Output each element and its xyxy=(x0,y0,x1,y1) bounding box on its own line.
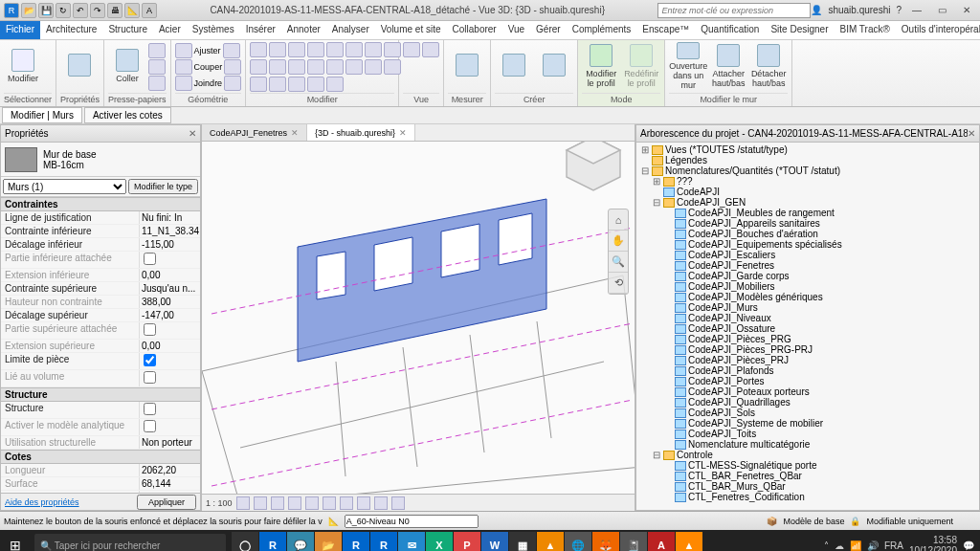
tree-row[interactable]: ⊟Controle xyxy=(638,450,977,460)
tray-wifi-icon[interactable]: 📶 xyxy=(850,540,861,551)
edit-profile-button[interactable]: Modifier le profil xyxy=(582,42,620,90)
expand-icon[interactable]: ⊞ xyxy=(652,176,661,187)
property-value[interactable]: 388,00 xyxy=(139,296,200,308)
ribbon-tab-inserer[interactable]: Insérer xyxy=(240,21,281,39)
properties-button[interactable] xyxy=(60,42,99,90)
ribbon-tab-bimtrack[interactable]: BIM Track® xyxy=(834,21,895,39)
modify-button[interactable]: Modifier xyxy=(4,42,42,90)
project-browser-close-icon[interactable]: ✕ xyxy=(968,128,975,139)
qat-measure-icon[interactable]: 📐 xyxy=(124,3,140,18)
viewcube[interactable] xyxy=(579,149,627,197)
tree-row[interactable]: CodeAPJI_Niveaux xyxy=(638,313,977,323)
level-input[interactable] xyxy=(345,515,479,528)
tree-row[interactable]: CodeAPJI_Appareils sanitaires xyxy=(638,218,977,229)
tree-row[interactable]: CodeAPJI_Plafonds xyxy=(638,365,977,376)
property-value[interactable]: -115,00 xyxy=(139,238,200,251)
property-value[interactable]: Non porteur xyxy=(139,436,200,449)
ribbon-tab-interop[interactable]: Outils d'interopérabilité BIM xyxy=(896,21,980,39)
ribbon-tab-sitedesigner[interactable]: Site Designer xyxy=(765,21,834,39)
tree-row[interactable]: Légendes xyxy=(638,155,977,165)
signin-icon[interactable]: 👤 xyxy=(811,5,822,15)
taskbar-app[interactable]: ◯ xyxy=(232,532,258,551)
taskbar-app[interactable]: R xyxy=(370,532,397,551)
maximize-button[interactable]: ▭ xyxy=(932,3,951,18)
ribbon-tab-structure[interactable]: Structure xyxy=(102,21,153,39)
match-icon[interactable] xyxy=(148,76,166,91)
couper-icon[interactable] xyxy=(175,59,192,75)
taskbar-app[interactable]: 📂 xyxy=(315,532,342,551)
taskbar-app[interactable]: X xyxy=(426,532,453,551)
ribbon-tab-quantification[interactable]: Quantification xyxy=(695,21,765,39)
copy-icon[interactable] xyxy=(148,59,166,75)
tree-row[interactable]: CodeAPJI_Fenetres xyxy=(638,260,977,271)
tray-time[interactable]: 13:58 xyxy=(933,535,957,545)
ribbon-tab-acier[interactable]: Acier xyxy=(153,21,187,39)
taskbar-app[interactable]: ▲ xyxy=(537,532,564,551)
ribbon-tab-volume[interactable]: Volume et site xyxy=(375,21,447,39)
ribbon-tab-architecture[interactable]: Architecture xyxy=(40,21,102,39)
tree-row[interactable]: CodeAPJI_Poteaux porteurs xyxy=(638,386,977,397)
qat-undo-icon[interactable]: ↶ xyxy=(73,3,88,18)
expand-icon[interactable]: ⊟ xyxy=(652,197,661,208)
qat-save-icon[interactable]: 💾 xyxy=(38,3,54,18)
close-icon[interactable]: ✕ xyxy=(399,128,407,138)
tray-lang[interactable]: FRA xyxy=(884,540,903,551)
tree-row[interactable]: CodeAPJI_Escaliers xyxy=(638,250,977,260)
tray-notifications-icon[interactable]: 💬 xyxy=(963,540,974,551)
property-value[interactable] xyxy=(139,370,200,386)
windows-search-input[interactable]: 🔍 Taper ici pour rechercher xyxy=(34,534,226,551)
tree-row[interactable]: CodeAPJI_Murs xyxy=(638,302,977,313)
ribbon-tab-collaborer[interactable]: Collaborer xyxy=(447,21,502,39)
tree-row[interactable]: CTL_BAR_Fenetres_QBar xyxy=(638,471,977,481)
tree-row[interactable]: CodeAPJI_Garde corps xyxy=(638,271,977,281)
keyword-search-input[interactable] xyxy=(657,3,811,18)
property-value[interactable]: 0,00 xyxy=(139,340,200,352)
mod-icon[interactable] xyxy=(250,42,267,57)
taskbar-app[interactable]: R xyxy=(343,532,369,551)
tree-row[interactable]: ⊟Nomenclatures/Quantités (*TOUT /statut) xyxy=(638,165,977,176)
close-icon[interactable]: ✕ xyxy=(291,128,299,138)
ribbon-tab-enscape[interactable]: Enscape™ xyxy=(636,21,695,39)
close-button[interactable]: ✕ xyxy=(957,3,976,18)
ribbon-tab-gerer[interactable]: Gérer xyxy=(530,21,567,39)
tree-row[interactable]: CodeAPJI_Mobiliers xyxy=(638,281,977,292)
minimize-button[interactable]: — xyxy=(907,3,926,18)
property-value[interactable]: Nu fini: In xyxy=(139,211,200,224)
view-tab-3d[interactable]: {3D - shuaib.qureshi}✕ xyxy=(307,124,415,141)
taskbar-app[interactable]: 🌐 xyxy=(565,532,591,551)
taskbar-app[interactable]: R xyxy=(259,532,286,551)
property-value[interactable]: 0,00 xyxy=(139,269,200,281)
tree-row[interactable]: CodeAPJI_Systeme de mobilier xyxy=(638,418,977,429)
ribbon-tab-vue[interactable]: Vue xyxy=(502,21,530,39)
tree-row[interactable]: CodeAPJI_Portes xyxy=(638,376,977,386)
taskbar-app[interactable]: ▦ xyxy=(509,532,536,551)
tree-row[interactable]: CodeAPJI_Sols xyxy=(638,408,977,418)
vc-icon[interactable] xyxy=(236,496,250,510)
tree-row[interactable]: CodeAPJI_Bouches d'aération xyxy=(638,229,977,239)
tray-date[interactable]: 10/12/2020 xyxy=(909,545,957,551)
qat-print-icon[interactable]: 🖶 xyxy=(107,3,122,18)
property-value[interactable] xyxy=(139,353,200,369)
taskbar-app[interactable]: P xyxy=(454,532,480,551)
property-value[interactable]: -147,00 xyxy=(139,309,200,321)
property-value[interactable]: 2062,20 xyxy=(139,464,200,476)
taskbar-app[interactable]: A xyxy=(648,532,675,551)
wall-opening-button[interactable]: Ouverture dans un mur xyxy=(669,42,707,90)
reset-profile-button[interactable]: Redéfinir le profil xyxy=(622,42,660,90)
tree-row[interactable]: ⊟CodeAPJI_GEN xyxy=(638,197,977,208)
cut-icon[interactable] xyxy=(148,43,166,58)
paste-button[interactable]: Coller xyxy=(108,42,146,90)
ribbon-tab-analyser[interactable]: Analyser xyxy=(326,21,375,39)
tree-row[interactable]: CodeAPJI_Meubles de rangement xyxy=(638,208,977,218)
tree-row[interactable]: CodeAPJI_Pièces_PRG xyxy=(638,334,977,344)
taskbar-app[interactable]: 💬 xyxy=(287,532,314,551)
property-value[interactable]: 68,144 xyxy=(139,477,200,490)
properties-help-link[interactable]: Aide des propriétés xyxy=(5,497,79,507)
view-tab-schedule[interactable]: CodeAPJI_Fenetres✕ xyxy=(202,124,307,141)
tree-row[interactable]: ⊞??? xyxy=(638,176,977,187)
tree-row[interactable]: CodeAPJI_Modèles génériques xyxy=(638,292,977,302)
tree-row[interactable]: CTL-MESS-Signalétique porte xyxy=(638,460,977,471)
taskbar-app[interactable]: 📓 xyxy=(620,532,647,551)
ribbon-tab-annoter[interactable]: Annoter xyxy=(281,21,326,39)
ribbon-tab-systemes[interactable]: Systèmes xyxy=(187,21,240,39)
